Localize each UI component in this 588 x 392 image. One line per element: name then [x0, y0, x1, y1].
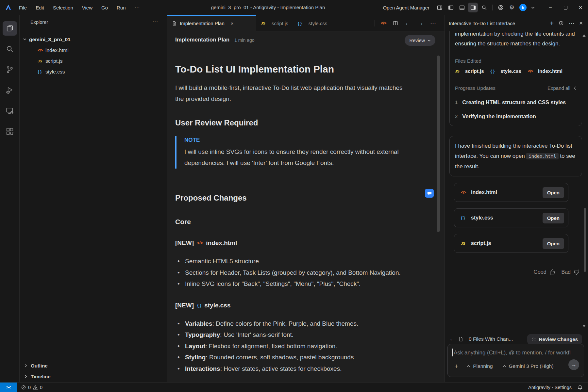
toggle-right-panel-icon[interactable] [468, 3, 478, 12]
problems-indicator[interactable]: 0 0 [21, 385, 42, 390]
minimize-button[interactable]: − [543, 0, 558, 15]
send-button[interactable]: → [568, 359, 579, 370]
search-icon[interactable] [479, 3, 489, 12]
open-changes-icon[interactable]: </> [381, 21, 386, 25]
explorer-more-icon[interactable]: ⋯ [152, 18, 158, 25]
document-icon [172, 21, 177, 26]
note-callout: NOTE I will use inline SVGs for icons to… [175, 136, 404, 169]
tab-script-js[interactable]: JS script.js [256, 15, 293, 31]
navigate-back-icon[interactable]: ← [405, 20, 411, 27]
style-css-bullets: Variables: Define colors for the Pink, P… [175, 318, 404, 375]
files-with-changes-label[interactable]: 0 Files With Chan... [469, 336, 513, 342]
bullet-term: Typography [185, 331, 220, 338]
open-script-js-button[interactable]: Open [543, 238, 564, 249]
chevron-right-icon [24, 375, 28, 378]
split-editor-icon[interactable] [393, 21, 398, 26]
tree-item-style-css[interactable]: { } style.css [20, 66, 167, 77]
edited-file-style-css[interactable]: { }style.css [491, 68, 521, 74]
file-card-style-css: { }style.css Open [454, 208, 568, 227]
maximize-button[interactable] [558, 0, 573, 15]
menu-more-icon[interactable]: ⋯ [135, 5, 140, 11]
search-sidebar-icon[interactable] [3, 42, 17, 56]
outline-section[interactable]: Outline [20, 360, 167, 371]
file-link-script-js[interactable]: JSscript.js [461, 240, 491, 247]
timeline-section[interactable]: Timeline [20, 371, 167, 382]
new-conversation-icon[interactable]: + [550, 20, 554, 27]
chevron-down-icon [23, 38, 26, 41]
account-avatar[interactable]: b [519, 4, 527, 11]
run-debug-icon[interactable] [3, 83, 17, 97]
menu-run[interactable]: Run [117, 5, 126, 10]
progress-item[interactable]: 2 Verifying the implementation [455, 111, 577, 121]
edited-file-script-js[interactable]: JSscript.js [455, 68, 484, 74]
tab-implementation-plan[interactable]: Implementation Plan × [167, 15, 256, 31]
remote-explorer-icon[interactable] [3, 104, 17, 118]
heading-user-review: User Review Required [175, 118, 404, 128]
close-window-button[interactable]: × [573, 0, 588, 15]
more-actions-icon[interactable]: ⋯ [430, 20, 436, 27]
panel-more-icon[interactable]: ⋯ [569, 20, 574, 27]
new-tag: [NEW] [175, 238, 194, 247]
open-agent-manager-button[interactable]: Open Agent Manager [383, 5, 429, 10]
editor-scrollbar-thumb[interactable] [437, 56, 440, 232]
open-style-css-button[interactable]: Open [543, 213, 564, 223]
antigravity-settings-label[interactable]: Antigravity - Settings [528, 385, 572, 390]
thumbs-down-icon[interactable] [574, 269, 580, 275]
settings-gear-icon[interactable]: ⚙ [507, 3, 517, 12]
tree-item-script-js[interactable]: JS script.js [20, 56, 167, 66]
good-label: Good [533, 269, 546, 275]
chat-input[interactable] [452, 348, 579, 358]
toggle-left-panel-icon[interactable] [446, 3, 456, 12]
navigate-forward-icon[interactable]: → [417, 20, 424, 27]
history-icon[interactable] [559, 21, 564, 26]
bullet-item: Sections for Header, Task Lists (grouped… [175, 267, 404, 279]
file-link-index-html[interactable]: </>index.html [461, 189, 497, 196]
menu-view[interactable]: View [82, 5, 92, 10]
customize-layout-icon[interactable] [435, 3, 445, 12]
notifications-bell-icon[interactable] [578, 385, 583, 390]
open-index-html-button[interactable]: Open [543, 187, 564, 198]
back-icon[interactable]: ← [449, 336, 455, 342]
statusbar-right: Antigravity - Settings [528, 385, 588, 390]
review-dropdown-button[interactable]: Review [405, 35, 435, 46]
tab-style-css[interactable]: { } style.css [293, 15, 332, 31]
agent-task-title: Interactive To-Do List Interface [449, 21, 545, 26]
expand-all-button[interactable]: Expand all [547, 83, 577, 93]
heading-proposed-changes: Proposed Changes [175, 193, 404, 203]
file-doc-icon[interactable] [458, 336, 463, 342]
model-selector[interactable]: Gemini 3 Pro (High) [503, 363, 554, 369]
file-name: index.html [471, 189, 497, 196]
warning-count: 0 [40, 385, 42, 390]
menu-selection[interactable]: Selection [53, 5, 73, 10]
tree-folder-root[interactable]: gemini_3_pro_01 [20, 34, 167, 45]
add-comment-button[interactable] [425, 189, 434, 198]
review-changes-button[interactable]: Review Changes [527, 334, 582, 344]
tab-bar: Implementation Plan × JS script.js { } s… [167, 15, 445, 31]
source-control-icon[interactable] [3, 62, 17, 77]
tree-item-index-html[interactable]: </> index.html [20, 45, 167, 56]
editor-actions: </> ← → ⋯ [375, 15, 445, 31]
progress-item[interactable]: 1 Creating HTML structure and CSS styles [455, 97, 577, 107]
scroll-down-arrow[interactable] [582, 324, 586, 328]
panel-scrollbar-thumb[interactable] [584, 208, 586, 272]
menu-edit[interactable]: Edit [36, 5, 44, 10]
explorer-icon[interactable] [3, 21, 17, 36]
edited-file-index-html[interactable]: </>index.html [528, 68, 563, 74]
close-panel-icon[interactable]: × [579, 20, 583, 27]
feedback-row: Good Bad [449, 269, 582, 275]
thumbs-up-icon[interactable] [549, 269, 555, 275]
heading-new-style-css: [NEW] { } style.css [175, 301, 404, 310]
attach-plus-icon[interactable]: + [454, 362, 458, 370]
menu-go[interactable]: Go [101, 5, 108, 10]
remote-indicator[interactable]: >< [0, 383, 17, 392]
browser-icon[interactable] [496, 3, 506, 12]
account-chevron-down-icon[interactable] [528, 3, 538, 12]
html-file-icon: </> [197, 238, 203, 247]
mode-selector[interactable]: Planning [467, 363, 493, 369]
menu-file[interactable]: File [19, 5, 27, 10]
scroll-up-arrow[interactable] [582, 34, 586, 37]
extensions-icon[interactable] [3, 124, 17, 139]
file-link-style-css[interactable]: { }style.css [461, 215, 493, 221]
toggle-bottom-panel-icon[interactable] [457, 3, 467, 12]
close-tab-icon[interactable]: × [231, 21, 234, 26]
